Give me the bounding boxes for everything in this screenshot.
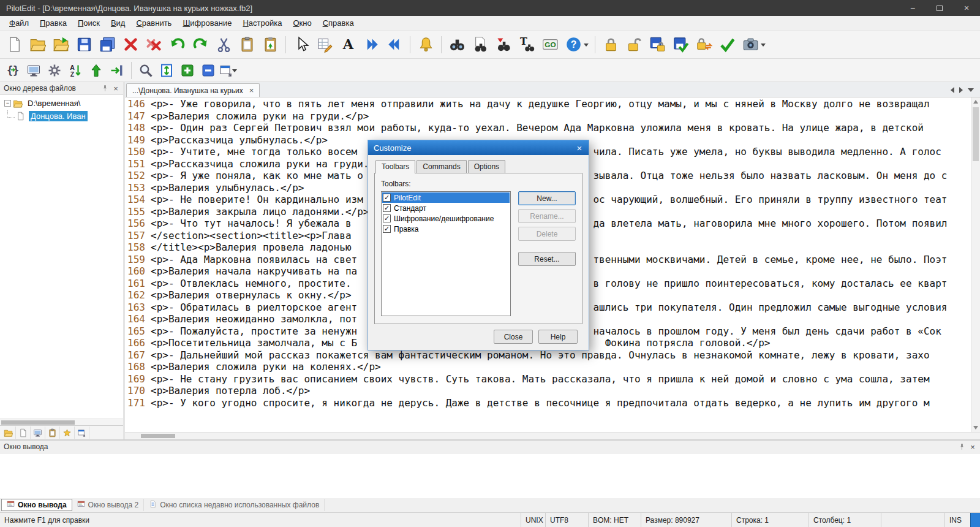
document-tab[interactable]: ...\Донцова. Иванушка на курьих × <box>126 83 260 97</box>
dialog-tab-commands[interactable]: Commands <box>417 160 466 173</box>
save-all-button[interactable] <box>96 33 119 56</box>
editor-line[interactable]: 147<p>Валерия сложила руки на груди.</p> <box>125 110 971 123</box>
toolbar-list-item[interactable]: ✓Правка <box>382 224 510 234</box>
toolbars-listbox[interactable]: ✓PilotEdit✓Стандарт✓Шифрование/дешифрова… <box>381 191 511 316</box>
editor-line[interactable]: 170<p>Валерия потерла лоб.</p> <box>125 385 971 397</box>
vertical-scrollbar[interactable] <box>971 97 980 432</box>
dialog-close-icon[interactable]: × <box>570 140 589 155</box>
scrollbar-thumb[interactable] <box>1 420 75 425</box>
tree-horizontal-scrollbar[interactable] <box>0 419 123 425</box>
dropdown-arrow-icon[interactable] <box>232 69 237 72</box>
menu-help[interactable]: Справка <box>317 17 360 29</box>
collapse-icon[interactable]: − <box>4 100 11 107</box>
new-toolbar-button[interactable]: New... <box>518 191 576 205</box>
dialog-help-button[interactable]: Help <box>538 330 578 344</box>
paste-button[interactable] <box>258 33 282 56</box>
editor-line[interactable]: 146<p>- Уже говорила, что в пять лет мен… <box>125 98 971 110</box>
previous-position-button[interactable] <box>383 33 406 56</box>
tree-tab-favorites[interactable] <box>60 427 75 439</box>
save-button[interactable] <box>72 33 96 56</box>
snapshot-button[interactable] <box>739 33 768 56</box>
dialog-tab-options[interactable]: Options <box>468 160 505 173</box>
editor-line[interactable]: 167<p>- Дальнейший мой рассказ покажется… <box>125 349 971 362</box>
find-pair-button[interactable] <box>135 61 156 80</box>
scroll-tabs-left-icon[interactable] <box>951 87 954 93</box>
checkbox-icon[interactable]: ✓ <box>383 225 391 233</box>
fit-window-button[interactable] <box>156 61 177 80</box>
goto-line-button[interactable] <box>107 61 127 80</box>
help-button[interactable]: ? <box>562 33 591 56</box>
editor-line[interactable]: 169<p>- Не стану грузить вас описанием с… <box>125 373 971 385</box>
redo-button[interactable] <box>189 33 212 56</box>
dialog-titlebar[interactable]: Customize × <box>368 140 589 155</box>
checkbox-icon[interactable]: ✓ <box>383 194 391 202</box>
save-decrypted-button[interactable] <box>669 33 692 56</box>
editor-line[interactable]: 171<p>- У кого угодно спросите, я никогд… <box>125 397 971 409</box>
tree-root-folder[interactable]: − D:\временная\ <box>2 97 123 110</box>
settings-button[interactable] <box>44 61 65 80</box>
tab-close-icon[interactable]: × <box>249 86 254 95</box>
undo-button[interactable] <box>165 33 189 56</box>
pin-icon[interactable] <box>99 83 110 93</box>
minimize-button[interactable]: − <box>899 0 926 16</box>
toolbar-list-item[interactable]: ✓Стандарт <box>382 203 510 213</box>
decrypt-file-button[interactable] <box>622 33 646 56</box>
horizontal-scrollbar[interactable] <box>125 432 980 439</box>
scroll-down-icon[interactable] <box>973 426 978 430</box>
dialog-close-button[interactable]: Close <box>494 330 533 344</box>
find-next-button[interactable] <box>492 33 515 56</box>
tree-tab-windows[interactable] <box>75 427 89 439</box>
scrollbar-thumb[interactable] <box>973 107 979 161</box>
scroll-up-icon[interactable] <box>973 100 978 104</box>
tree-tab-clip[interactable] <box>45 427 60 439</box>
menu-edit[interactable]: Правка <box>34 17 72 29</box>
output-tab-1[interactable]: Окно вывода <box>1 499 72 511</box>
reset-toolbar-button[interactable]: Reset... <box>518 252 576 266</box>
tree-file-item[interactable]: Донцова. Иван <box>2 110 123 123</box>
save-encrypted-button[interactable] <box>646 33 669 56</box>
next-position-button[interactable] <box>360 33 383 56</box>
tree-tab-documents[interactable] <box>16 427 31 439</box>
editor-line[interactable]: 168<p>Валерия сложила руки на коленях.</… <box>125 361 971 373</box>
encrypted-transfer-button[interactable] <box>692 33 715 56</box>
cut-button[interactable] <box>212 33 235 56</box>
dialog-tab-toolbars[interactable]: Toolbars <box>375 160 415 173</box>
output-tab-recent[interactable]: Окно списка недавно использованных файло… <box>144 499 325 511</box>
tree-tab-ftp[interactable] <box>31 427 45 439</box>
menu-encryption[interactable]: Шифрование <box>177 17 237 29</box>
encrypt-file-button[interactable] <box>599 33 622 56</box>
output-tab-2[interactable]: Окно вывода 2 <box>72 499 145 511</box>
file-compare-button[interactable] <box>715 33 739 56</box>
copy-button[interactable] <box>235 33 258 56</box>
close-file-button[interactable] <box>119 33 142 56</box>
tree-tab-files[interactable] <box>1 427 16 439</box>
editor-line[interactable]: 148<p>- Один раз Сергей Петрович взял мо… <box>125 122 971 134</box>
find-in-files-button[interactable] <box>469 33 492 56</box>
close-all-button[interactable] <box>142 33 165 56</box>
pin-icon[interactable] <box>956 442 967 452</box>
toolbar-list-item[interactable]: ✓PilotEdit <box>382 192 510 203</box>
close-window-button[interactable]: × <box>953 0 980 16</box>
menu-search[interactable]: Поиск <box>72 17 105 29</box>
select-mode-button[interactable] <box>290 33 313 56</box>
find-button[interactable] <box>445 33 469 56</box>
font-button[interactable]: A <box>336 33 360 56</box>
menu-settings[interactable]: Настройка <box>237 17 287 29</box>
scroll-tabs-right-icon[interactable] <box>959 87 963 93</box>
close-panel-icon[interactable]: × <box>967 442 978 452</box>
menu-view[interactable]: Вид <box>105 17 131 29</box>
expand-all-button[interactable] <box>177 61 198 80</box>
dropdown-arrow-icon[interactable] <box>584 44 589 47</box>
column-mode-button[interactable] <box>313 33 336 56</box>
file-monitor-button[interactable] <box>23 61 44 80</box>
reminder-button[interactable] <box>414 33 437 56</box>
maximize-button[interactable] <box>926 0 953 16</box>
tab-list-dropdown-icon[interactable] <box>968 88 974 92</box>
menu-file[interactable]: Файл <box>4 17 34 29</box>
open-file-button[interactable] <box>26 33 49 56</box>
sort-button[interactable]: AZ <box>65 61 86 80</box>
scrollbar-thumb[interactable] <box>141 434 175 438</box>
menu-compare[interactable]: Сравнить <box>130 17 177 29</box>
replace-button[interactable]: T <box>515 33 538 56</box>
window-layout-button[interactable] <box>219 61 239 80</box>
